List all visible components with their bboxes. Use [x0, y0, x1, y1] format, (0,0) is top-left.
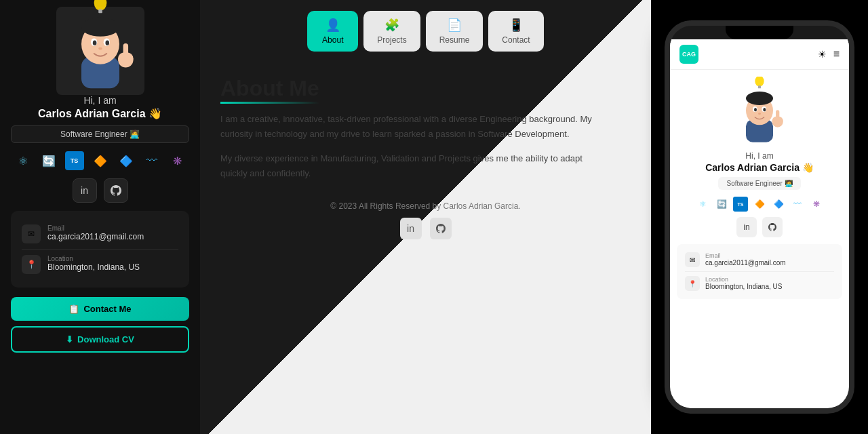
location-value: Bloomington, Indiana, US — [47, 262, 140, 272]
about-paragraph-2: My diverse experience in Manufacturing, … — [220, 151, 600, 181]
location-icon: 📍 — [22, 255, 41, 274]
download-icon: ⬇ — [66, 334, 73, 344]
phone-info-card: ✉ Email ca.garcia2011@gmail.com 📍 Locati… — [677, 244, 842, 299]
phone-theme-icon[interactable]: ☀ — [818, 49, 827, 60]
footer-copyright: © 2023 All Rights Reserved by Carlos Adr… — [220, 201, 631, 211]
phone-job-title: Software Engineer 🧑‍💻 — [726, 180, 792, 187]
phone-email-value: ca.garcia2011@gmail.com — [705, 259, 786, 267]
email-icon: ✉ — [22, 224, 41, 243]
css3-icon: 🔷 — [117, 151, 136, 170]
projects-nav-label: Projects — [377, 35, 406, 45]
phone-html-icon: 🔶 — [752, 197, 767, 212]
phone-content: Hi, I am Carlos Adrian Garcia 👋 Software… — [670, 70, 849, 408]
phone-screen: CAG ☀ ≡ — [670, 39, 849, 408]
svg-point-8 — [105, 40, 109, 45]
footer-github-button[interactable] — [430, 218, 452, 239]
phone-github-btn[interactable] — [762, 217, 783, 237]
phone-email-item: ✉ Email ca.garcia2011@gmail.com — [685, 250, 834, 270]
phone-header-icons: ☀ ≡ — [818, 48, 840, 60]
about-section: About Me I am a creative, innovative, ta… — [200, 62, 651, 434]
svg-rect-12 — [123, 43, 127, 55]
phone-email-icon: ✉ — [685, 252, 700, 267]
nav-about[interactable]: 👤 About — [307, 11, 358, 52]
phone-avatar-container — [726, 77, 793, 151]
contact-me-button[interactable]: 📋 Contact Me — [11, 297, 189, 321]
nav-contact[interactable]: 📱 Contact — [488, 11, 543, 52]
linkedin-button[interactable]: in — [73, 178, 97, 203]
navigation: 👤 About 🧩 Projects 📄 Resume 📱 Contact — [200, 0, 651, 62]
svg-point-0 — [94, 0, 106, 11]
about-nav-label: About — [322, 35, 343, 45]
react-icon: ⚛ — [14, 151, 33, 170]
phone-avatar-svg — [726, 77, 793, 144]
redux-icon: 🔄 — [39, 151, 58, 170]
svg-point-13 — [755, 77, 764, 87]
about-nav-icon: 👤 — [326, 18, 340, 33]
phone-job-badge: Software Engineer 🧑‍💻 — [718, 177, 800, 190]
job-title-text: Software Engineer 🧑‍💻 — [60, 130, 140, 139]
phone-location-item: 📍 Location Bloomington, Indiana, US — [685, 273, 834, 294]
phone-notch — [726, 26, 793, 39]
svg-point-7 — [92, 40, 96, 45]
footer-linkedin-button[interactable]: in — [400, 218, 422, 239]
location-label: Location — [47, 255, 140, 262]
svg-rect-14 — [758, 85, 761, 88]
email-info-item: ✉ Email ca.garcia2011@gmail.com — [22, 220, 178, 248]
greeting-text: Hi, I am — [83, 95, 116, 106]
svg-rect-25 — [776, 110, 779, 118]
social-links: in — [73, 178, 128, 203]
phone-preview: CAG ☀ ≡ — [651, 0, 868, 434]
email-label: Email — [47, 224, 144, 232]
phone-tech-icons: ⚛ 🔄 TS 🔶 🔷 〰 ❋ — [695, 197, 824, 212]
html5-icon: 🔶 — [91, 151, 110, 170]
phone-location-icon: 📍 — [685, 276, 700, 291]
footer-social-links: in — [220, 218, 631, 239]
svg-point-20 — [754, 108, 757, 111]
nav-projects[interactable]: 🧩 Projects — [363, 11, 420, 52]
contact-nav-icon: 📱 — [509, 18, 524, 33]
download-cv-button[interactable]: ⬇ Download CV — [11, 326, 189, 353]
phone-name: Carlos Adrian Garcia 👋 — [705, 162, 814, 173]
phone-location-label: Location — [705, 276, 782, 283]
resume-nav-label: Resume — [439, 35, 470, 45]
phone-menu-icon[interactable]: ≡ — [833, 48, 840, 60]
typescript-icon: TS — [65, 151, 84, 170]
svg-point-21 — [763, 108, 766, 111]
email-value: ca.garcia2011@gmail.com — [47, 232, 144, 241]
name-text: Carlos Adrian Garcia 👋 — [38, 107, 162, 120]
job-title-badge: Software Engineer 🧑‍💻 — [11, 125, 189, 143]
tailwind-icon: 〰 — [142, 151, 161, 170]
main-content: 👤 About 🧩 Projects 📄 Resume 📱 Contact Ab… — [200, 0, 651, 434]
phone-social-links: in — [736, 217, 783, 237]
svg-rect-1 — [98, 9, 102, 14]
avatar-svg — [60, 0, 141, 92]
contact-label: Contact Me — [83, 304, 131, 314]
phone-logo: CAG — [679, 45, 698, 64]
phone-frame: CAG ☀ ≡ — [665, 20, 854, 414]
download-label: Download CV — [77, 334, 134, 344]
phone-react-icon: ⚛ — [695, 197, 710, 212]
svg-point-9 — [98, 47, 102, 50]
projects-nav-icon: 🧩 — [384, 18, 399, 33]
contact-icon: 📋 — [68, 304, 79, 314]
phone-header: CAG ☀ ≡ — [670, 39, 849, 70]
svg-point-22 — [758, 113, 761, 115]
location-info-item: 📍 Location Bloomington, Indiana, US — [22, 251, 178, 278]
tech-icons-list: ⚛ 🔄 TS 🔶 🔷 〰 ❋ — [14, 151, 187, 170]
phone-ts-icon: TS — [733, 197, 748, 212]
github-button[interactable] — [104, 178, 128, 203]
about-heading: About Me — [220, 76, 319, 101]
other-icon: ❋ — [168, 151, 187, 170]
phone-css-icon: 🔷 — [771, 197, 786, 212]
phone-greeting: Hi, I am — [745, 151, 773, 161]
phone-redux-icon: 🔄 — [714, 197, 729, 212]
about-paragraph-1: I am a creative, innovative, task-driven… — [220, 112, 600, 142]
resume-nav-icon: 📄 — [447, 18, 462, 33]
avatar-container — [56, 7, 144, 95]
svg-point-17 — [746, 92, 773, 105]
nav-resume[interactable]: 📄 Resume — [426, 11, 484, 52]
phone-linkedin-btn[interactable]: in — [736, 217, 757, 237]
contact-info-card: ✉ Email ca.garcia2011@gmail.com 📍 Locati… — [11, 211, 189, 288]
phone-other-icon: ❋ — [809, 197, 824, 212]
sidebar: Hi, I am Carlos Adrian Garcia 👋 Software… — [0, 0, 200, 434]
